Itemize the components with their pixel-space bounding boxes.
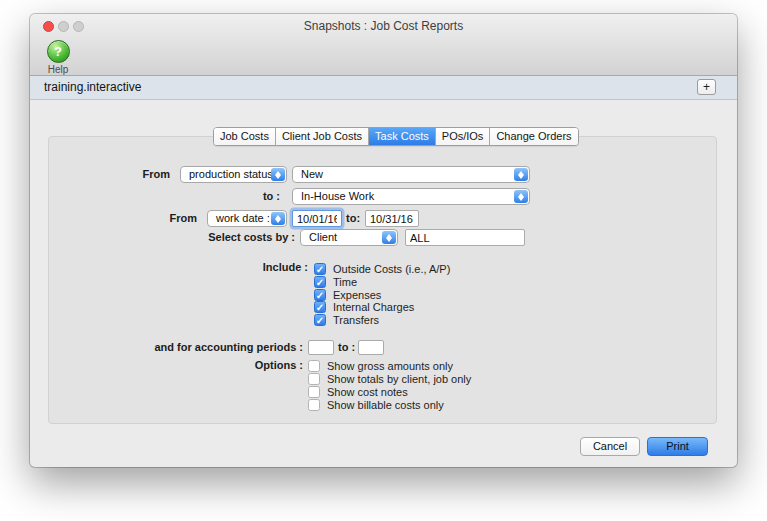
status-to-dropdown[interactable]: In-House Work: [292, 188, 530, 205]
tab-change-orders[interactable]: Change Orders: [490, 128, 577, 145]
accounting-period-from-input[interactable]: [308, 340, 334, 355]
include-time-label: Time: [333, 276, 357, 289]
status-from-dropdown[interactable]: New: [292, 166, 530, 183]
accounting-periods-label: and for accounting periods :: [103, 340, 303, 355]
status-field-selector[interactable]: production status :: [180, 166, 287, 183]
status-to-label: to :: [240, 188, 280, 205]
help-icon: ?: [47, 40, 70, 63]
option-gross-amounts-checkbox[interactable]: [308, 360, 320, 372]
option-totals-by-client-checkbox[interactable]: [308, 373, 320, 385]
date-field-selector[interactable]: work date :: [207, 210, 287, 227]
stepper-icon[interactable]: [271, 168, 285, 181]
help-button[interactable]: ? Help: [43, 40, 73, 75]
checkmark-icon: ✓: [316, 302, 324, 313]
session-bar: training.interactive +: [30, 76, 737, 100]
status-field-selector-value: production status :: [189, 167, 279, 182]
status-from-value: New: [301, 167, 323, 182]
include-outside-costs-label: Outside Costs (i.e., A/P): [333, 263, 450, 276]
date-from-label: From: [157, 210, 197, 227]
include-transfers-label: Transfers: [333, 314, 379, 327]
tab-pos-ios[interactable]: POs/IOs: [436, 128, 491, 145]
status-to-value: In-House Work: [301, 189, 374, 204]
cancel-button[interactable]: Cancel: [580, 437, 640, 456]
include-transfers-checkbox[interactable]: ✓: [314, 314, 326, 326]
stepper-icon[interactable]: [271, 212, 285, 225]
help-label: Help: [43, 64, 73, 75]
status-from-label: From: [130, 166, 170, 183]
include-time-checkbox[interactable]: ✓: [314, 276, 326, 288]
include-expenses-checkbox[interactable]: ✓: [314, 289, 326, 301]
checkmark-icon: ✓: [316, 277, 324, 288]
include-label: Include :: [208, 261, 308, 274]
stepper-icon[interactable]: [382, 231, 396, 244]
report-type-tabs: Job Costs Client Job Costs Task Costs PO…: [213, 127, 579, 146]
tab-task-costs[interactable]: Task Costs: [369, 128, 436, 145]
checkmark-icon: ✓: [316, 290, 324, 301]
checkmark-icon: ✓: [316, 264, 324, 275]
work-date-to-input[interactable]: [365, 210, 419, 227]
session-name: training.interactive: [44, 76, 141, 99]
stepper-icon[interactable]: [514, 168, 528, 181]
options-label: Options :: [203, 359, 303, 372]
tab-job-costs[interactable]: Job Costs: [214, 128, 276, 145]
select-costs-by-label: Select costs by :: [145, 229, 295, 246]
date-to-label: to:: [346, 210, 362, 227]
option-cost-notes-label: Show cost notes: [327, 386, 408, 399]
tab-client-job-costs[interactable]: Client Job Costs: [276, 128, 369, 145]
include-internal-charges-label: Internal Charges: [333, 301, 414, 314]
option-totals-by-client-label: Show totals by client, job only: [327, 373, 471, 386]
select-costs-filter-input[interactable]: [405, 229, 525, 246]
stepper-icon[interactable]: [514, 190, 528, 203]
window-header: Snapshots : Job Cost Reports ? Help: [30, 14, 737, 76]
option-billable-costs-checkbox[interactable]: [308, 399, 320, 411]
option-gross-amounts-label: Show gross amounts only: [327, 360, 453, 373]
window-title: Snapshots : Job Cost Reports: [30, 19, 737, 33]
print-button[interactable]: Print: [647, 437, 708, 456]
select-costs-by-value: Client: [309, 230, 337, 245]
checkmark-icon: ✓: [316, 315, 324, 326]
job-cost-reports-window: Snapshots : Job Cost Reports ? Help trai…: [30, 14, 737, 467]
date-field-selector-value: work date :: [216, 211, 270, 226]
include-outside-costs-checkbox[interactable]: ✓: [314, 263, 326, 275]
accounting-period-to-label: to :: [338, 340, 356, 355]
option-billable-costs-label: Show billable costs only: [327, 399, 444, 412]
select-costs-by-dropdown[interactable]: Client: [300, 229, 398, 246]
include-internal-charges-checkbox[interactable]: ✓: [314, 301, 326, 313]
option-cost-notes-checkbox[interactable]: [308, 386, 320, 398]
add-button[interactable]: +: [697, 79, 716, 95]
accounting-period-to-input[interactable]: [358, 340, 384, 355]
work-date-from-input[interactable]: [292, 210, 342, 227]
